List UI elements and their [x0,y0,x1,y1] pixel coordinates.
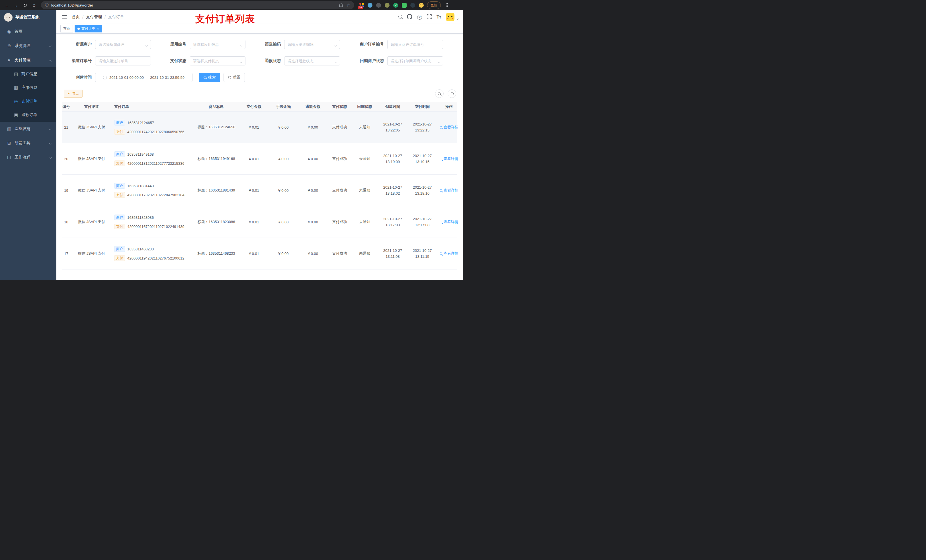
bookmark-star-icon[interactable] [346,3,350,8]
merchant-order-no-input[interactable] [387,40,443,49]
channel-code-select[interactable] [284,40,340,49]
pay-tag: 支付 [114,192,125,198]
fullscreen-icon[interactable] [427,14,432,20]
chevron-down-icon [240,43,242,48]
column-notify: 回调状态 [351,104,378,109]
github-icon[interactable] [407,14,412,20]
extension-gray-icon[interactable] [376,3,381,8]
view-detail-link[interactable]: 查看详情 [440,219,458,225]
navbar: 首页 支付管理 支付订单 支付订单列表 [56,10,463,24]
close-icon[interactable] [97,27,99,30]
browser-reload-icon[interactable] [21,1,29,9]
view-detail-link[interactable]: 查看详情 [440,251,458,256]
filter-label: 退款状态 [256,58,284,63]
filter-label: 商户订单编号 [350,42,387,47]
breadcrumb-home[interactable]: 首页 [72,15,80,20]
browser-home-icon[interactable] [30,1,38,9]
export-button[interactable]: 导出 [64,90,83,98]
toggle-search-icon[interactable] [435,89,443,98]
pay-tag: 支付 [114,129,125,134]
app-select[interactable] [190,40,245,49]
sidebar-item-refund-order[interactable]: ▣ 退款订单 [0,108,56,122]
sidebar-item-devtools[interactable]: ⊞ 研发工具 [0,136,56,150]
sidebar-item-infrastructure[interactable]: ▥ 基础设施 [0,122,56,136]
filter-row-3: 创建时间 2021-10-01 00:00:00 - 2021-10-31 23… [62,73,457,82]
payment-submenu: ▤ 商户信息 ▦ 应用信息 ◎ 支付订单 ▣ 退款订单 [0,67,56,122]
extension-green-square-icon[interactable] [402,3,407,8]
chevron-up-icon [49,58,51,62]
hamburger-icon[interactable] [61,14,68,21]
extension-dark-icon[interactable] [410,3,415,8]
browser-forward-icon[interactable] [12,1,20,9]
filter-row-2: 渠道订单号 支付状态 退款状态 [62,56,457,65]
font-size-icon[interactable] [437,15,441,20]
view-detail-link[interactable]: 查看详情 [440,156,458,162]
search-button[interactable]: 搜索 [199,73,220,82]
share-icon[interactable] [339,4,342,7]
chevron-down-icon [49,127,51,131]
extension-blue-icon[interactable] [368,3,372,8]
column-fee: 手续金额 [269,104,298,109]
app-title: 芋道管理系统 [15,15,39,20]
briefcase-icon: ◫ [6,155,12,160]
tab-home[interactable]: 首页 [61,25,73,32]
merchant-tag: 商户 [114,151,125,157]
address-bar[interactable]: localhost:1024/pay/order [41,1,354,9]
breadcrumb-payment[interactable]: 支付管理 [86,15,102,20]
refund-status-select[interactable] [284,56,340,65]
help-icon[interactable] [417,15,422,20]
date-start: 2021-10-01 00:00:00 [109,75,144,80]
profile-avatar-icon[interactable] [419,3,424,8]
extension-olive-icon[interactable] [385,3,390,8]
chevron-down-icon [49,44,51,48]
view-detail-link[interactable]: 查看详情 [440,125,458,130]
chevron-down-icon [49,155,51,160]
browser-update-button[interactable]: 更新 [427,2,441,9]
pay-status-select[interactable] [190,56,245,65]
clock-icon [103,76,107,79]
tags-view-bar: 首页 支付订单 [56,24,463,33]
chevron-down-icon [335,43,337,48]
sidebar-item-payment[interactable]: ¥ 支付管理 [0,53,56,67]
site-info-icon[interactable] [45,3,49,8]
target-icon: ◎ [12,99,20,104]
filter-label: 渠道订单号 [64,58,95,63]
search-icon[interactable] [398,15,402,20]
main-area: 首页 支付管理 支付订单 支付订单列表 [56,10,463,280]
refresh-icon[interactable] [448,89,456,98]
tab-pay-order[interactable]: 支付订单 [75,25,102,32]
merchant-tag: 商户 [114,246,125,252]
view-detail-link[interactable]: 查看详情 [440,188,458,193]
chevron-down-icon [335,60,337,64]
extension-check-icon[interactable] [393,3,398,8]
sidebar-item-merchant-info[interactable]: ▤ 商户信息 [0,67,56,81]
merchant-tag: 商户 [114,214,125,220]
table-row: 20 微信 JSAPI 支付 商户1635311949168 支付4200001… [62,143,457,175]
sidebar-item-pay-order[interactable]: ◎ 支付订单 [0,95,56,108]
search-icon [204,76,206,79]
sidebar-item-system[interactable]: ⊛ 系统管理 [0,39,56,53]
reset-button[interactable]: 重置 [224,73,245,82]
sidebar-item-workflow[interactable]: ◫ 工作流程 [0,150,56,165]
user-avatar[interactable] [446,13,454,21]
table-header: 编号 支付渠道 支付订单 商品标题 支付金额 手续金额 退款金额 支付状态 回调… [62,102,457,112]
channel-order-no-input[interactable] [95,56,151,65]
sidebar-logo[interactable]: 芋道管理系统 [0,10,56,24]
filter-label: 回调商户状态 [350,58,387,63]
pay-tag: 支付 [114,160,125,166]
browser-back-icon[interactable] [3,1,11,9]
page-content: 所属商户 应用编号 渠道编码 [56,33,463,280]
chevron-down-icon[interactable] [457,17,458,21]
merchant-select[interactable] [95,40,151,49]
notify-status-select[interactable] [387,56,443,65]
sidebar-item-home[interactable]: ◉ 首页 [0,24,56,39]
extension-colordots-icon[interactable]: 10 [359,3,364,8]
filter-label: 创建时间 [64,75,95,80]
logo-avatar [4,13,12,22]
browser-menu-icon[interactable] [443,1,451,9]
yen-icon: ¥ [6,58,12,63]
breadcrumb-current: 支付订单 [108,15,124,20]
sidebar-item-app-info[interactable]: ▦ 应用信息 [0,81,56,95]
create-time-range-picker[interactable]: 2021-10-01 00:00:00 - 2021-10-31 23:59:5… [95,73,192,82]
column-actions: 操作 [437,104,461,109]
